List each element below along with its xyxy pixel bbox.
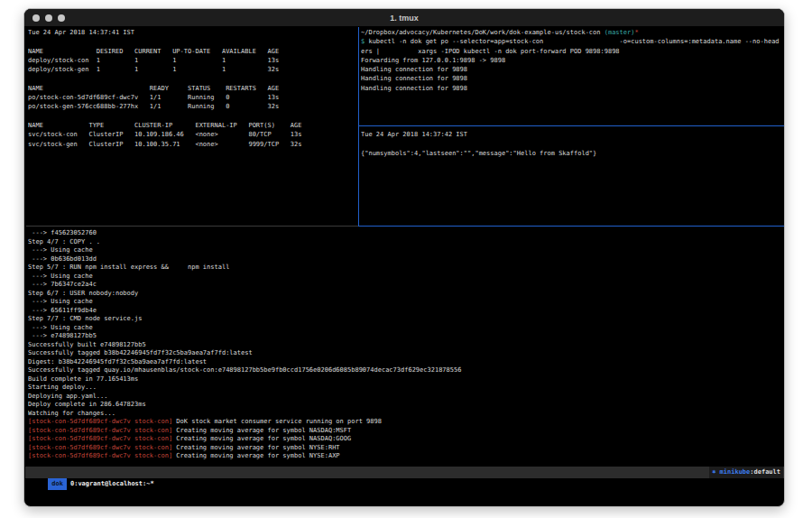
terminal-line: svc/stock-con ClusterIP 10.109.186.46 <n… (28, 130, 356, 139)
terminal-window: 1. tmux Tue 24 Apr 2018 14:37:41 IST NAM… (23, 8, 785, 507)
tmux-status-bar: dok0:vagrant@localhost:~* ⎈ minikube:def… (25, 467, 785, 478)
terminal-line: Successfully tagged quay.io/mhausenblas/… (28, 366, 784, 375)
terminal-line: Tue 24 Apr 2018 14:37:42 IST (361, 130, 784, 139)
terminal-line: [stock-con-5d7df689cf-dwc7v stock-con] C… (28, 435, 784, 444)
terminal-line: ---> f45623052760 (28, 229, 784, 238)
terminal-line: ---> Using cache (28, 298, 784, 307)
terminal-line: Forwarding from 127.0.0.1:9898 -> 9898 (361, 56, 784, 65)
terminal-line: NAME TYPE CLUSTER-IP EXTERNAL-IP PORT(S)… (28, 121, 356, 130)
pane-divider-vertical[interactable] (358, 27, 359, 227)
terminal-line: Build complete in 77.165413ms (28, 375, 784, 384)
tmux-status-right: ⎈ minikube:default (709, 467, 783, 478)
terminal-line: ---> 0b636bd013dd (28, 255, 784, 264)
terminal-line: Deploying app.yaml... (28, 393, 784, 402)
terminal-line: deploy/stock-gen 1 1 1 1 32s (28, 65, 356, 74)
terminal-line: $ kubectl -n dok get po --selector=app=s… (361, 37, 784, 46)
pane-service-output[interactable]: Tue 24 Apr 2018 14:37:42 IST {"numsymbol… (361, 130, 784, 224)
pane-port-forward[interactable]: ~/Dropbox/advocacy/Kubernetes/DoK/work/d… (361, 28, 784, 124)
terminal-line: ---> Using cache (28, 246, 784, 255)
terminal-line: po/stock-gen-576cc688bb-277hx 1/1 Runnin… (28, 102, 356, 111)
terminal-line: Watching for changes... (28, 410, 784, 419)
terminal-line: ---> 7b6347ce2a4c (28, 281, 784, 290)
terminal-line (361, 139, 784, 148)
pane-kubectl-watch[interactable]: Tue 24 Apr 2018 14:37:41 IST NAME DESIRE… (28, 28, 356, 225)
desktop-background: 1. tmux Tue 24 Apr 2018 14:37:41 IST NAM… (0, 0, 812, 518)
terminal-line: Successfully tagged b38b42246945fd7f32c5… (28, 349, 784, 358)
terminal-line: ~/Dropbox/advocacy/Kubernetes/DoK/work/d… (361, 28, 784, 37)
terminal-line: Step 4/7 : COPY . . (28, 238, 784, 247)
terminal-line: [stock-con-5d7df689cf-dwc7v stock-con] C… (28, 427, 784, 436)
terminal-line: svc/stock-gen ClusterIP 10.100.35.71 <no… (28, 140, 356, 149)
terminal-line (28, 74, 356, 83)
pane-divider-horizontal-right[interactable] (359, 125, 785, 126)
terminal-line: [stock-con-5d7df689cf-dwc7v stock-con] C… (28, 444, 784, 453)
kubernetes-helm-icon: ⎈ (712, 468, 719, 476)
terminal-line: ---> 65611ff9db4e (28, 307, 784, 316)
terminal-line: Step 7/7 : CMD node service.js (28, 315, 784, 324)
terminal-line: deploy/stock-con 1 1 1 1 13s (28, 56, 356, 65)
terminal-line: ---> Using cache (28, 324, 784, 333)
terminal-line: Handling connection for 9898 (361, 84, 784, 93)
terminal-line: [stock-con-5d7df689cf-dwc7v stock-con] C… (28, 452, 784, 461)
context-name: :default (750, 468, 780, 476)
window-titlebar[interactable]: 1. tmux (24, 9, 784, 27)
terminal-line: Tue 24 Apr 2018 14:37:41 IST (28, 28, 356, 37)
window-title: 1. tmux (24, 9, 784, 27)
tmux-session-badge[interactable]: dok (48, 478, 67, 490)
terminal-line: Step 6/7 : USER nobody:nobody (28, 290, 784, 299)
terminal-line: po/stock-con-5d7df689cf-dwc7v 1/1 Runnin… (28, 93, 356, 102)
terminal-line: Step 5/7 : RUN npm install express && np… (28, 264, 784, 273)
terminal-line: {"numsymbols":4,"lastseen":"","message":… (361, 149, 784, 158)
terminal-line (28, 112, 356, 121)
terminal-line: NAME DESIRED CURRENT UP-TO-DATE AVAILABL… (28, 47, 356, 56)
terminal-line: Starting deploy... (28, 384, 784, 393)
terminal-line: Deploy complete in 286.647823ms (28, 401, 784, 410)
terminal-line (28, 37, 356, 46)
pane-skaffold-build-log[interactable]: ---> f45623052760Step 4/7 : COPY . . ---… (28, 229, 784, 466)
pane-divider-horizontal-main-right[interactable] (358, 226, 785, 227)
terminal-line: Digest: b38b42246945fd7f32c5ba9aea7af7fd… (28, 358, 784, 367)
pane-divider-horizontal-main-left[interactable] (26, 226, 358, 227)
terminal-line: NAME READY STATUS RESTARTS AGE (28, 84, 356, 93)
terminal-line: Handling connection for 9898 (361, 74, 784, 83)
terminal-line: Successfully built e74898127bb5 (28, 341, 784, 350)
cluster-name: minikube (720, 468, 751, 476)
terminal-line: ---> e74898127bb5 (28, 332, 784, 341)
terminal-line: Handling connection for 9898 (361, 65, 784, 74)
terminal-line: [stock-con-5d7df689cf-dwc7v stock-con] D… (28, 418, 784, 427)
tmux-window-item[interactable]: 0:vagrant@localhost:~* (70, 480, 154, 487)
terminal-line: ---> Using cache (28, 273, 784, 282)
terminal-line: ers | xargs -IPOD kubectl -n dok port-fo… (361, 47, 784, 56)
